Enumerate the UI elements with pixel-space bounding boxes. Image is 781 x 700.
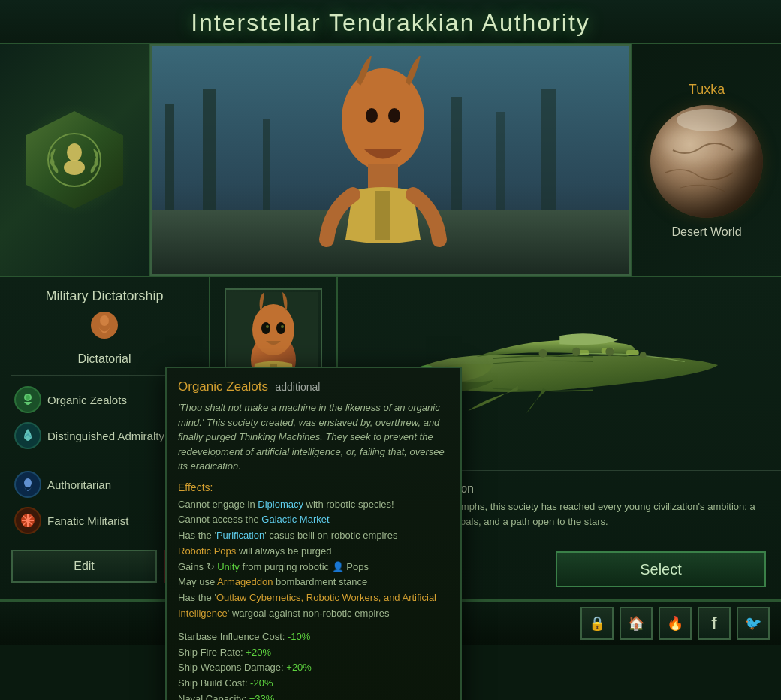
svg-rect-5 bbox=[203, 89, 216, 225]
tooltip-quote: 'Thou shalt not make a machine in the li… bbox=[178, 400, 449, 474]
tooltip-effects-title: Effects: bbox=[178, 481, 449, 493]
robotic-pops-line: Robotic Pops bbox=[178, 545, 236, 557]
portrait-background bbox=[150, 44, 631, 276]
svg-point-16 bbox=[677, 109, 737, 131]
background-scenery bbox=[150, 44, 631, 276]
armageddon-link: Armageddon bbox=[217, 576, 273, 587]
svg-point-1 bbox=[67, 143, 82, 161]
svg-point-13 bbox=[388, 108, 400, 123]
stat-weapons-damage: Ship Weapons Damage: +20% bbox=[178, 660, 449, 676]
svg-point-21 bbox=[26, 395, 30, 400]
svg-point-41 bbox=[538, 349, 547, 358]
fanatic-militarist-icon-svg bbox=[20, 512, 36, 529]
svg-point-19 bbox=[100, 315, 109, 326]
empire-type-section: Military Dictatorship Dictatorial bbox=[11, 288, 198, 366]
planet-sphere[interactable] bbox=[650, 105, 763, 218]
header: Interstellar Tendrakkian Authority bbox=[0, 0, 781, 44]
edit-button[interactable]: Edit bbox=[11, 550, 157, 583]
stat-starbase-value: -10% bbox=[288, 631, 310, 642]
trait-label-authoritarian: Authoritarian bbox=[47, 478, 111, 491]
page-title: Interstellar Tendrakkian Authority bbox=[0, 9, 781, 37]
stat-starbase: Starbase Influence Cost: -10% bbox=[178, 629, 449, 645]
svg-rect-7 bbox=[451, 97, 462, 225]
top-panel: Tuxka Desert World bbox=[0, 44, 781, 277]
emblem-svg bbox=[44, 130, 104, 190]
svg-rect-6 bbox=[263, 119, 270, 225]
distinguished-admiralty-icon-svg bbox=[20, 427, 36, 444]
svg-point-2 bbox=[64, 160, 85, 175]
wargoal-link: Outlaw Cybernetics, Robotic Workers, and… bbox=[178, 592, 436, 619]
home-icon[interactable]: 🏠 bbox=[620, 607, 653, 640]
tooltip-subtitle: additional bbox=[275, 381, 320, 393]
svg-rect-15 bbox=[375, 191, 390, 240]
authoritarian-icon-svg bbox=[20, 476, 36, 493]
government-label: Military Dictatorship bbox=[11, 288, 198, 304]
stat-weapons-damage-value: +20% bbox=[286, 662, 312, 673]
stat-build-cost: Ship Build Cost: -20% bbox=[178, 676, 449, 692]
planet-name: Tuxka bbox=[689, 82, 725, 98]
authority-label: Dictatorial bbox=[11, 352, 198, 366]
purification-link: Purification bbox=[216, 530, 264, 541]
svg-point-43 bbox=[605, 348, 614, 356]
galactic-market-link: Galactic Market bbox=[261, 514, 329, 525]
svg-point-22 bbox=[24, 478, 32, 487]
svg-point-33 bbox=[266, 325, 269, 328]
planet-type: Desert World bbox=[671, 225, 741, 239]
emblem-area bbox=[0, 44, 150, 276]
stat-fire-rate: Ship Fire Rate: +20% bbox=[178, 645, 449, 661]
authority-icon-svg bbox=[89, 310, 119, 340]
svg-rect-8 bbox=[496, 112, 505, 225]
stat-naval-capacity-value: +33% bbox=[249, 693, 275, 700]
svg-point-30 bbox=[252, 304, 294, 355]
tooltip-title: Organic Zealots bbox=[178, 379, 268, 394]
lock-icon[interactable]: 🔒 bbox=[580, 607, 614, 640]
organic-zealots-icon-svg bbox=[20, 391, 36, 408]
svg-point-12 bbox=[366, 108, 378, 123]
trait-icon-authoritarian bbox=[14, 471, 41, 498]
unity-link: Unity bbox=[217, 561, 240, 572]
planet-detail bbox=[650, 105, 763, 218]
trait-label-distinguished-admiralty: Distinguished Admiralty bbox=[47, 430, 164, 442]
svg-point-32 bbox=[276, 322, 285, 334]
facebook-icon[interactable]: f bbox=[698, 607, 731, 640]
stat-fire-rate-value: +20% bbox=[246, 647, 271, 658]
tooltip-effects-list: Cannot engage in Diplomacy with robotic … bbox=[178, 497, 449, 622]
trait-icon-distinguished-admiralty bbox=[14, 422, 41, 449]
svg-point-44 bbox=[640, 352, 647, 359]
svg-point-31 bbox=[261, 322, 270, 334]
civic-tooltip: Organic Zealots additional 'Thou shalt n… bbox=[165, 367, 462, 700]
authority-icon bbox=[11, 310, 198, 346]
twitter-icon[interactable]: 🐦 bbox=[737, 607, 770, 640]
stat-build-cost-value: -20% bbox=[250, 677, 273, 689]
planet-area: Tuxka Desert World bbox=[631, 44, 781, 276]
tooltip-stats: Starbase Influence Cost: -10% Ship Fire … bbox=[178, 629, 449, 700]
select-button[interactable]: Select bbox=[556, 551, 766, 587]
trait-label-fanatic-militarist: Fanatic Militarist bbox=[47, 514, 128, 527]
fire-icon[interactable]: 🔥 bbox=[659, 607, 692, 640]
svg-rect-9 bbox=[541, 89, 556, 225]
svg-rect-4 bbox=[165, 104, 174, 225]
stat-naval-capacity: Naval Capacity: +33% bbox=[178, 692, 449, 700]
tooltip-header: Organic Zealots additional bbox=[178, 379, 449, 394]
trait-icon-fanatic-militarist bbox=[14, 507, 41, 534]
trait-icon-organic-zealots bbox=[14, 386, 41, 413]
svg-point-34 bbox=[281, 325, 284, 328]
portrait-area bbox=[150, 44, 631, 276]
svg-point-42 bbox=[572, 348, 580, 356]
trait-label-organic-zealots: Organic Zealots bbox=[47, 394, 127, 406]
diplomacy-link: Diplomacy bbox=[258, 499, 303, 510]
